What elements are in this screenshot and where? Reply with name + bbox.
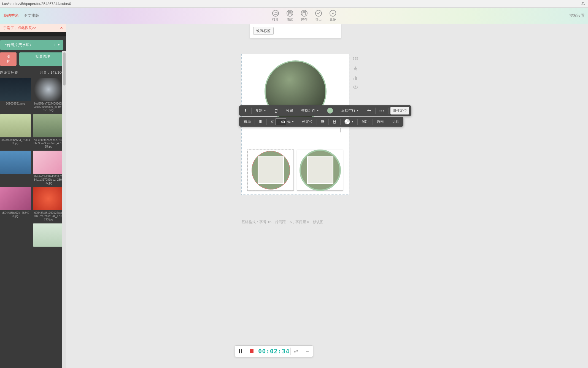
gallery-thumbnail[interactable]: 2fab9e29d387d6038c2b54c1e317089b-sz_2303… [33,151,64,185]
svg-rect-7 [357,58,358,60]
browser-url-bar [0,0,588,8]
thumbnail-filename: dc0c288f875cdb5e78418b39ba79dee7-sz_4516… [33,138,64,148]
shadow-button[interactable]: 阴影 [390,117,401,127]
undo-banner: 手滑了，点此恢复>> ✕ [0,24,66,32]
gallery-thumbnail[interactable]: 60548fd881790122aed8fb37df7ef3b1-sz_1702… [33,187,64,221]
folder-icon [272,10,279,17]
align-icon[interactable] [319,117,327,127]
preview-button[interactable]: 预览 [287,10,293,22]
svg-point-11 [355,87,356,88]
capacity: 容量：143/100 [40,70,63,75]
gallery-thumbnail[interactable] [0,151,31,185]
locate-component-button[interactable]: 组件定位 [390,107,409,114]
more-button[interactable]: 更多 [330,10,336,22]
svg-rect-13 [260,120,261,123]
thumbnail-frame-2[interactable] [297,150,343,191]
column-position-button[interactable]: 列定位 [300,117,315,127]
width-control: 宽 % ▼ [268,117,296,127]
close-icon[interactable]: ✕ [60,26,63,30]
gallery-thumbnail[interactable]: 309003531.png [0,78,31,112]
layout-toolbar: 布局 宽 % ▼ 列定位 ▼ 间距 边框 阴影 [239,117,403,127]
thumbnail-frame-1[interactable] [248,150,294,191]
sidebar: 手滑了，点此恢复>> ✕ 上传图片(无水印) ▼ 图片 批量管理 以设置标签 容… [0,24,66,368]
chevron-down-icon[interactable]: ▼ [292,120,294,123]
check-icon [315,10,322,17]
chart-icon[interactable] [353,75,358,81]
eye-icon[interactable] [353,84,358,90]
transform-button[interactable]: 变换组件 ▼ [299,105,321,116]
image-gallery[interactable]: 309003531.png9ad859ca78274086d2b3acc260f… [0,78,66,368]
width-input[interactable] [275,118,286,125]
chevron-down-icon [330,10,336,17]
scrollbar[interactable] [62,51,66,368]
share-icon[interactable] [580,1,586,7]
svg-rect-5 [353,58,354,60]
recorder-time: 00:02:34 [257,348,290,355]
columns-icon[interactable] [257,117,265,127]
more-icon[interactable]: ••• [377,105,387,116]
thumbnail-filename: 309003531.png [5,102,26,105]
image-button[interactable]: 图片 [0,52,17,66]
gallery-thumbnail[interactable] [33,223,64,247]
gallery-thumbnail[interactable] [0,223,31,247]
svg-rect-14 [261,120,262,123]
thumbnail-filename: 2fab9e29d387d6038c2b54c1e317089b-sz_2303… [33,175,64,185]
pin-icon[interactable] [241,105,250,116]
star-icon[interactable] [353,66,358,71]
thumbnail-filename: 0823d095be653_783143.jpg [0,138,31,145]
set-tag-button[interactable]: 设置标签 [253,27,274,35]
grid-icon[interactable] [353,56,358,62]
export-button[interactable]: 导出 [315,10,322,22]
sidebar-nav-strip [0,32,66,36]
upload-button[interactable]: 上传图片(无水印) ▼ [0,40,63,50]
gallery-thumbnail[interactable]: 0823d095be653_783143.jpg [0,114,31,148]
layout-button[interactable]: 布局 [241,117,253,127]
layout-mode[interactable]: 图文排版 [24,13,39,18]
svg-rect-18 [241,349,242,353]
svg-rect-10 [356,77,357,80]
delete-icon[interactable] [272,105,280,116]
minimize-icon[interactable]: – [302,348,313,354]
thumbnail-filename: d504488bd07e_488498.jpg [0,211,31,218]
svg-point-15 [323,121,324,122]
svg-rect-1 [303,12,306,15]
insert-row-after-button[interactable]: 后插空行 ▼ [339,105,361,116]
right-tool-strip [353,56,358,90]
stop-button[interactable] [246,349,257,353]
brand-link[interactable]: 我的秀米 [3,13,19,18]
border-button[interactable]: 边框 [374,117,386,127]
bg-color-picker[interactable]: ▼ [342,117,356,127]
undo-icon[interactable] [365,105,374,116]
footer-format-text: 基础格式：字号 16，行间距 1.6，字间距 0，默认图 [241,220,323,225]
canvas-area[interactable]: 设置标签 复制 ▼ [71,24,588,368]
svg-rect-2 [353,57,354,58]
svg-rect-17 [239,349,240,353]
chevron-down-icon[interactable]: ▼ [55,44,60,46]
pause-button[interactable] [235,349,246,353]
recorder-bar: 00:02:34 – [235,345,313,357]
open-button[interactable]: 打开 [272,10,279,22]
svg-rect-12 [259,120,260,123]
page-tag-panel: 设置标签 [250,24,341,38]
app-header: 我的秀米 图文排版 打开 预览 保存 导出 更多 授权设置 [0,8,588,24]
svg-rect-6 [355,58,356,60]
url-input[interactable] [2,2,580,6]
svg-rect-9 [355,76,356,80]
undo-link[interactable]: 手滑了，点此恢复>> [3,25,36,30]
batch-manage-button[interactable]: 批量管理 [19,52,66,66]
favorite-button[interactable]: 收藏 [284,105,295,116]
component-toolbar: 复制 ▼ 收藏 变换组件 ▼ 后插空行 ▼ ••• 组件定位 [239,105,411,116]
color-swatch[interactable] [325,105,335,116]
valign-icon[interactable] [330,117,339,127]
auth-settings[interactable]: 授权设置 [569,13,585,18]
copy-button[interactable]: 复制 ▼ [253,105,268,116]
link-icon[interactable] [291,349,302,354]
svg-rect-4 [357,57,358,58]
save-icon [301,10,308,17]
gallery-thumbnail[interactable]: d504488bd07e_488498.jpg [0,187,31,221]
spacing-button[interactable]: 间距 [359,117,371,127]
gallery-thumbnail[interactable]: 9ad859ca78274086d2b3acc260fe8d99_sz-9349… [33,78,64,112]
tag-setting-label[interactable]: 以设置标签 [0,70,18,75]
gallery-thumbnail[interactable]: dc0c288f875cdb5e78418b39ba79dee7-sz_4516… [33,114,64,148]
save-button[interactable]: 保存 [301,10,308,22]
